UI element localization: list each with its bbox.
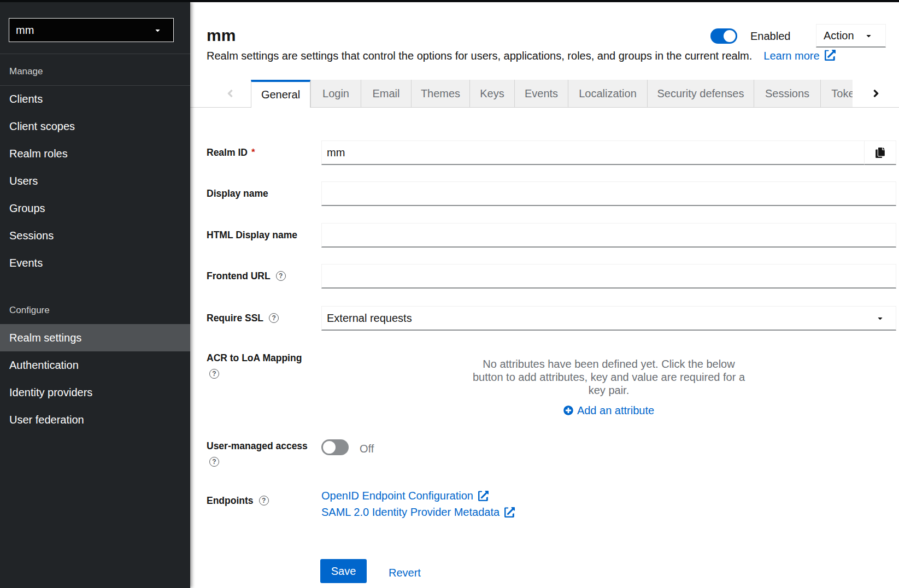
angle-right-icon: [872, 87, 880, 99]
add-attribute-button[interactable]: Add an attribute: [321, 404, 896, 417]
frontend-url-input[interactable]: [321, 264, 896, 289]
display-name-label: Display name: [207, 187, 268, 199]
external-link-icon: [825, 50, 836, 61]
chevron-down-icon: [154, 27, 161, 34]
require-ssl-label: Require SSL ?: [207, 312, 279, 324]
tabs-scroll-left-button[interactable]: [190, 80, 251, 108]
caret-down-icon: [865, 32, 872, 39]
tab-security-defenses[interactable]: Security defenses: [647, 80, 754, 108]
tab-themes[interactable]: Themes: [411, 80, 469, 108]
current-realm-name: mm: [16, 24, 34, 37]
realm-settings-tabs: General Login Email Themes Keys Events L…: [190, 80, 899, 108]
help-icon[interactable]: ?: [209, 457, 219, 467]
sidebar-item-authentication[interactable]: Authentication: [0, 351, 190, 379]
help-icon[interactable]: ?: [209, 369, 219, 379]
acr-empty-state-line: key pair.: [321, 384, 896, 397]
required-indicator: *: [251, 146, 255, 158]
tab-events[interactable]: Events: [514, 80, 568, 108]
revert-button[interactable]: Revert: [389, 567, 421, 579]
sidebar-item-realm-settings[interactable]: Realm settings: [0, 324, 190, 351]
tab-general[interactable]: General: [251, 80, 310, 108]
realm-id-label: Realm ID*: [207, 146, 255, 158]
user-managed-access-toggle[interactable]: [321, 439, 349, 455]
help-icon[interactable]: ?: [259, 496, 269, 505]
tab-tokens[interactable]: Tokens: [820, 80, 853, 108]
sidebar-item-events[interactable]: Events: [0, 249, 190, 277]
endpoints-label: Endpoints ?: [207, 495, 269, 507]
tabs-scroll-right-button[interactable]: [853, 80, 899, 108]
tab-sessions[interactable]: Sessions: [754, 80, 820, 108]
tabs-viewport: General Login Email Themes Keys Events L…: [251, 80, 853, 108]
require-ssl-select[interactable]: External requests: [321, 306, 896, 331]
realm-id-clipboard-group: [321, 140, 896, 165]
sidebar-item-realm-roles[interactable]: Realm roles: [0, 140, 190, 167]
realm-id-input[interactable]: [321, 140, 864, 165]
frontend-url-label: Frontend URL ?: [207, 270, 286, 282]
help-icon[interactable]: ?: [276, 271, 286, 281]
tab-email[interactable]: Email: [361, 80, 411, 108]
sidebar-item-sessions[interactable]: Sessions: [0, 222, 190, 249]
realm-selector-dropdown[interactable]: mm: [9, 18, 174, 42]
tab-login[interactable]: Login: [310, 80, 361, 108]
openid-endpoint-configuration-link[interactable]: OpenID Endpoint Configuration: [321, 487, 489, 504]
action-dropdown-button[interactable]: Action: [816, 24, 886, 48]
tab-keys[interactable]: Keys: [469, 80, 514, 108]
require-ssl-value: External requests: [327, 312, 412, 325]
acr-loa-mapping-label: ACR to LoA Mapping ?: [207, 352, 302, 379]
sidebar-item-clients[interactable]: Clients: [0, 85, 190, 113]
user-managed-access-label: User-managed access ?: [207, 440, 308, 467]
sidebar-nav-manage: Clients Client scopes Realm roles Users …: [0, 85, 190, 277]
save-button[interactable]: Save: [320, 559, 367, 583]
sidebar-section-manage: Manage: [9, 65, 43, 78]
learn-more-link[interactable]: Learn more: [763, 50, 835, 62]
help-icon[interactable]: ?: [269, 313, 279, 323]
sidebar-item-client-scopes[interactable]: Client scopes: [0, 113, 190, 140]
acr-empty-state: No attributes have been defined yet. Cli…: [321, 357, 896, 417]
realm-settings-page: mm Manage Clients Client scopes Realm ro…: [0, 0, 899, 588]
sidebar-item-user-federation[interactable]: User federation: [0, 406, 190, 433]
tab-localization[interactable]: Localization: [568, 80, 647, 108]
saml-identity-provider-metadata-link[interactable]: SAML 2.0 Identity Provider Metadata: [321, 504, 515, 520]
copy-icon: [875, 148, 885, 158]
masthead-edge: [0, 0, 899, 2]
copy-button[interactable]: [864, 140, 896, 165]
sidebar-item-identity-providers[interactable]: Identity providers: [0, 379, 190, 406]
angle-left-icon: [226, 87, 234, 99]
page-title: mm: [207, 26, 236, 45]
plus-circle-icon: [563, 405, 573, 415]
enabled-toggle-label: Enabled: [750, 30, 790, 43]
user-managed-access-state: Off: [360, 442, 374, 456]
main-content: mm Realm settings are settings that cont…: [190, 2, 899, 588]
endpoint-links: OpenID Endpoint Configuration SAML 2.0 I…: [321, 487, 515, 520]
sidebar-section-configure: Configure: [9, 304, 50, 317]
external-link-icon: [504, 507, 515, 518]
html-display-name-input[interactable]: [321, 223, 896, 248]
sidebar-item-users[interactable]: Users: [0, 167, 190, 195]
sidebar-nav-configure: Realm settings Authentication Identity p…: [0, 324, 190, 433]
acr-empty-state-line: button to add attributes, key and value …: [321, 371, 896, 384]
html-display-name-label: HTML Display name: [207, 229, 297, 241]
external-link-icon: [478, 491, 489, 501]
display-name-input[interactable]: [321, 181, 896, 206]
page-description-text: Realm settings are settings that control…: [207, 50, 752, 62]
caret-down-icon: [877, 315, 884, 322]
acr-empty-state-line: No attributes have been defined yet. Cli…: [321, 357, 896, 371]
sidebar-item-groups[interactable]: Groups: [0, 195, 190, 222]
sidebar: mm Manage Clients Client scopes Realm ro…: [0, 2, 190, 588]
sidebar-divider: [0, 54, 190, 54]
enabled-toggle[interactable]: [710, 28, 737, 44]
page-description: Realm settings are settings that control…: [207, 49, 836, 62]
